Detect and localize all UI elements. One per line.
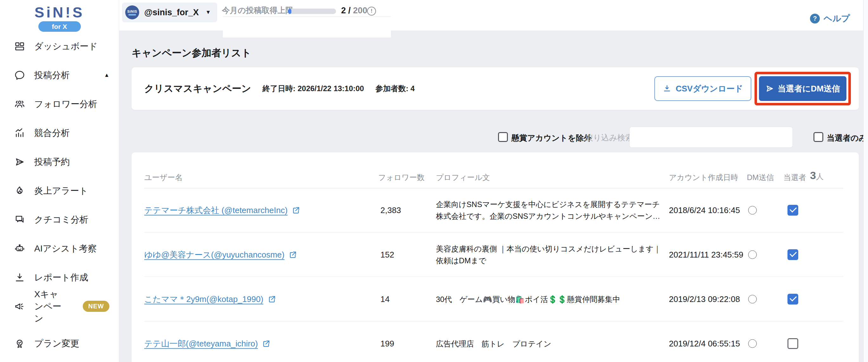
download-icon (662, 84, 672, 93)
flame-icon (14, 185, 25, 197)
page-title: キャンペーン参加者リスト (131, 46, 251, 60)
quota-label: 今月の投稿取得上限 (222, 5, 293, 16)
send-dm-to-winners-button[interactable]: 当選者にDM送信 (759, 76, 846, 101)
scrollbar[interactable] (863, 0, 868, 362)
help-icon: ? (810, 13, 820, 24)
table-row: ゆゆ@美容ナース(@yuyuchancosme) 152 美容皮膚科の裏側 ｜本… (131, 232, 859, 277)
sidebar-item-label: AIアシスト考察 (34, 243, 97, 255)
app-logo-badge: for X (38, 21, 81, 32)
quota-total: 200 (353, 6, 367, 15)
sidebar-item-label: ダッシュボード (34, 40, 98, 52)
sidebar: SiN!S for X ダッシュボード 投稿分析 ▲ フォロワー分析 (0, 0, 119, 362)
winner-count-unit: 人 (816, 172, 824, 181)
col-header-dm: DM送信 (747, 172, 774, 183)
sidebar-item-dashboard[interactable]: ダッシュボード (0, 32, 119, 61)
table-row: テテ山一郎(@teteyama_ichiro) 199 広告代理店 筋トレ プロ… (131, 322, 859, 362)
profile-cell: 企業向けSNSマーケ支援を中心にビジネスを展開するテテマーチ株式会社です。企業の… (436, 198, 664, 222)
created-cell: 2018/6/24 10:16:45 (669, 205, 740, 215)
winners-only-checkbox[interactable] (813, 132, 823, 142)
campaign-name: クリスマスキャンペーン (144, 82, 251, 95)
info-icon[interactable]: ! (367, 7, 376, 16)
dm-sent-radio[interactable] (748, 206, 757, 215)
quota-used: 2 (341, 6, 346, 15)
sidebar-item-competitor-analysis[interactable]: 競合分析 (0, 118, 119, 147)
chevron-up-icon[interactable]: ▲ (104, 72, 110, 78)
help-label: ヘルプ (824, 13, 850, 24)
user-link[interactable]: こたママ＊2y9m(@kotap_1990) (144, 294, 264, 305)
account-selector[interactable]: SiNIS @sinis_for_X ▼ (122, 3, 217, 22)
main-content: キャンペーン参加者リスト クリスマスキャンペーン 終了日時: 2026/1/22… (119, 30, 863, 362)
campaign-summary-card: クリスマスキャンペーン 終了日時: 2026/1/22 13:10:00 参加者… (131, 67, 859, 110)
filter-search-label: 絞り込み検索 (585, 132, 633, 143)
app-logo: SiN!S for X (0, 0, 119, 32)
new-badge: NEW (83, 301, 110, 312)
dashboard-icon (14, 40, 25, 52)
robot-icon (14, 243, 25, 254)
table-row: テテマーチ株式会社 (@tetemarcheInc) 2,383 企業向けSNS… (131, 188, 859, 232)
external-link-icon[interactable] (268, 295, 276, 304)
winners-only-label: 当選者のみ (827, 133, 867, 143)
sidebar-item-label: 投稿予約 (34, 156, 70, 168)
winner-checkbox[interactable] (787, 338, 798, 349)
col-header-profile: プロフィール文 (436, 172, 490, 183)
created-cell: 2019/2/13 09:22:08 (669, 295, 740, 304)
send-icon (14, 156, 25, 168)
followers-cell: 199 (380, 339, 394, 349)
table-row: こたママ＊2y9m(@kotap_1990) 14 30代 ゲーム🎮買い物🛍️ポ… (131, 277, 859, 322)
external-link-icon[interactable] (288, 251, 297, 259)
csv-download-button[interactable]: CSVダウンロード (654, 76, 751, 101)
sidebar-item-x-campaign[interactable]: Xキャンペーン NEW (0, 292, 119, 321)
sidebar-item-label: 炎上アラート (34, 185, 88, 197)
sidebar-item-report[interactable]: レポート作成 (0, 263, 119, 292)
external-link-icon[interactable] (292, 206, 300, 215)
filter-search-input[interactable] (629, 127, 793, 148)
campaign-participants: 参加者数: 4 (375, 84, 415, 94)
followers-icon (14, 99, 25, 110)
sidebar-item-label: フォロワー分析 (34, 98, 97, 110)
external-link-icon[interactable] (262, 339, 271, 348)
winner-checkbox[interactable] (787, 249, 798, 260)
top-bar: SiNIS @sinis_for_X ▼ 今月の投稿取得上限 2 / 200 !… (119, 0, 868, 30)
quota-progress-fill (288, 8, 291, 14)
sidebar-menu: ダッシュボード 投稿分析 ▲ フォロワー分析 競合分析 投稿予約 (0, 32, 119, 358)
caret-down-icon: ▼ (206, 9, 211, 16)
sidebar-item-label: レポート作成 (34, 272, 88, 284)
user-link[interactable]: テテマーチ株式会社 (@tetemarcheInc) (144, 205, 287, 216)
profile-cell: 30代 ゲーム🎮買い物🛍️ポイ活💲💲懸賞仲間募集中 (436, 294, 664, 305)
quota-panel (223, 30, 391, 38)
dm-sent-radio[interactable] (748, 295, 757, 304)
winner-checkbox[interactable] (787, 294, 798, 305)
annotation-highlight: 当選者にDM送信 (754, 72, 851, 105)
sidebar-item-post-analysis[interactable]: 投稿分析 ▲ (0, 61, 119, 89)
sidebar-item-flame-alert[interactable]: 炎上アラート (0, 176, 119, 205)
account-avatar: SiNIS (125, 5, 139, 19)
sidebar-item-label: 投稿分析 (34, 69, 70, 81)
chat-bubble-icon (14, 69, 25, 81)
quota-divider (223, 17, 391, 17)
user-cell: テテマーチ株式会社 (@tetemarcheInc) (144, 205, 300, 216)
user-link[interactable]: ゆゆ@美容ナース(@yuyuchancosme) (144, 249, 284, 260)
sidebar-item-review-analysis[interactable]: クチコミ分析 (0, 205, 119, 234)
followers-cell: 152 (380, 250, 394, 260)
dm-button-label: 当選者にDM送信 (778, 83, 840, 94)
sidebar-item-follower-analysis[interactable]: フォロワー分析 (0, 89, 119, 118)
user-link[interactable]: テテ山一郎(@teteyama_ichiro) (144, 338, 258, 349)
sidebar-item-ai-assist[interactable]: AIアシスト考察 (0, 234, 119, 263)
winner-checkbox[interactable] (787, 205, 798, 216)
quota-value: 2 / 200 (341, 6, 367, 16)
exclude-prize-accounts-checkbox[interactable] (498, 132, 508, 142)
sidebar-item-label: Xキャンペーン (34, 288, 66, 325)
profile-cell: 美容皮膚科の裏側 ｜本当の使い切りコスメだけレビューします｜依頼はDMまで (436, 243, 664, 267)
sidebar-item-label: プラン変更 (34, 338, 79, 350)
sidebar-item-plan-change[interactable]: プラン変更 (0, 329, 119, 358)
exclude-prize-accounts-label: 懸賞アカウントを除外 (512, 133, 592, 143)
csv-button-label: CSVダウンロード (676, 83, 743, 94)
sidebar-item-label: クチコミ分析 (34, 214, 88, 226)
help-link[interactable]: ? ヘルプ (810, 13, 850, 24)
dm-sent-radio[interactable] (748, 339, 757, 348)
sidebar-item-post-schedule[interactable]: 投稿予約 (0, 147, 119, 176)
analytics-icon (14, 127, 25, 139)
dm-sent-radio[interactable] (748, 251, 757, 259)
download-icon (14, 272, 25, 283)
license-icon (14, 338, 25, 349)
